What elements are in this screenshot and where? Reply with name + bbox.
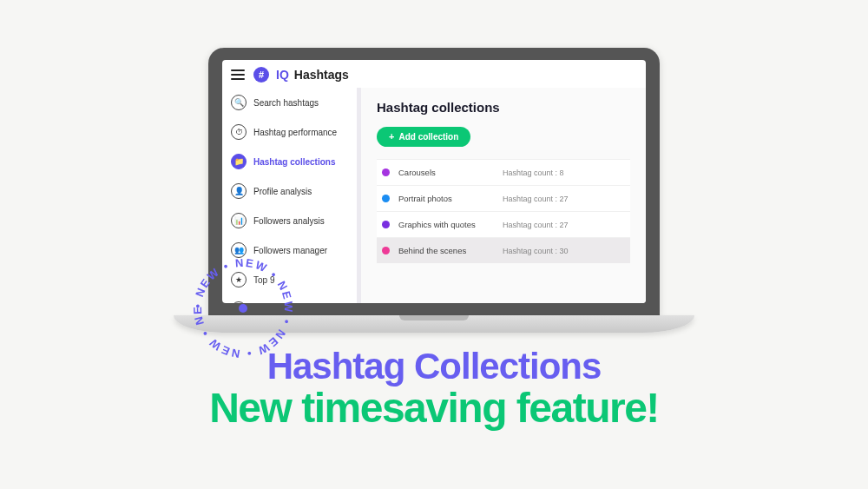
headline-line-2: New timesaving feature! bbox=[0, 384, 868, 432]
plus-icon: + bbox=[389, 132, 394, 142]
collection-row[interactable]: CarouselsHashtag count : 8 bbox=[377, 159, 630, 185]
collections-list: CarouselsHashtag count : 8Portrait photo… bbox=[377, 159, 630, 263]
topbar: # IQ Hashtags bbox=[222, 60, 646, 88]
laptop-bezel: # IQ Hashtags 🔍Search hashtags⏱Hashtag p… bbox=[208, 48, 660, 315]
page-title: Hashtag collections bbox=[377, 100, 630, 115]
sidebar-item-label: Search hashtags bbox=[253, 98, 319, 108]
collection-name: Portrait photos bbox=[398, 194, 494, 203]
color-dot-icon bbox=[382, 169, 390, 176]
collection-count: Hashtag count : 8 bbox=[503, 169, 564, 177]
sidebar-item-hashtag-collections[interactable]: 📁Hashtag collections bbox=[222, 147, 357, 176]
marketing-headline: Hashtag Collections New timesaving featu… bbox=[0, 346, 868, 432]
collection-row[interactable]: Portrait photosHashtag count : 27 bbox=[377, 185, 630, 211]
sidebar-item-followers-manager[interactable]: 👥Followers manager bbox=[222, 235, 357, 265]
color-dot-icon bbox=[382, 221, 390, 228]
color-dot-icon bbox=[382, 195, 390, 202]
sidebar-icon: ⏱ bbox=[231, 124, 247, 140]
sidebar-item-label: Top 9 bbox=[253, 275, 274, 285]
logo-iq: IQ bbox=[276, 68, 289, 82]
sidebar-item-profile-analysis[interactable]: 👤Profile analysis bbox=[222, 176, 357, 206]
collection-count: Hashtag count : 30 bbox=[503, 247, 569, 255]
hamburger-icon[interactable] bbox=[231, 69, 245, 80]
collection-row[interactable]: Graphics with quotesHashtag count : 27 bbox=[377, 211, 630, 237]
sidebar-item-label: Hashtag collections bbox=[253, 157, 335, 167]
app-body: 🔍Search hashtags⏱Hashtag performance📁Has… bbox=[222, 88, 646, 303]
logo-badge-icon: # bbox=[253, 67, 269, 83]
sidebar-item-label: Followers analysis bbox=[253, 216, 325, 226]
sidebar-item-followers-analysis[interactable]: 📊Followers analysis bbox=[222, 206, 357, 235]
sidebar: 🔍Search hashtags⏱Hashtag performance📁Has… bbox=[222, 88, 357, 303]
color-dot-icon bbox=[382, 247, 390, 254]
add-collection-button[interactable]: + Add collection bbox=[377, 127, 470, 147]
collection-name: Behind the scenes bbox=[398, 246, 494, 255]
sidebar-item-hashtag-performance[interactable]: ⏱Hashtag performance bbox=[222, 117, 357, 147]
sidebar-icon: 👤 bbox=[231, 183, 247, 199]
sidebar-icon: ★ bbox=[231, 272, 247, 287]
main-panel: Hashtag collections + Add collection Car… bbox=[361, 88, 646, 303]
collection-name: Carousels bbox=[398, 168, 494, 177]
sidebar-icon: 👥 bbox=[231, 242, 247, 258]
sidebar-item-banned-hashtags[interactable]: ⊘Banned hashtags bbox=[222, 294, 357, 303]
sidebar-icon: ⊘ bbox=[231, 301, 247, 303]
sidebar-item-top-9[interactable]: ★Top 9 bbox=[222, 265, 357, 294]
collection-count: Hashtag count : 27 bbox=[503, 195, 569, 203]
collection-name: Graphics with quotes bbox=[398, 220, 494, 229]
sidebar-item-search-hashtags[interactable]: 🔍Search hashtags bbox=[222, 88, 357, 117]
headline-line-1: Hashtag Collections bbox=[0, 346, 868, 387]
sidebar-item-label: Followers manager bbox=[253, 246, 327, 255]
app-screen: # IQ Hashtags 🔍Search hashtags⏱Hashtag p… bbox=[222, 60, 646, 303]
sidebar-item-label: Hashtag performance bbox=[253, 128, 337, 137]
laptop-base bbox=[174, 315, 694, 333]
add-collection-label: Add collection bbox=[398, 132, 458, 142]
collection-row[interactable]: Behind the scenesHashtag count : 30 bbox=[377, 237, 630, 263]
logo-hashtags: Hashtags bbox=[294, 68, 349, 82]
sidebar-icon: 📊 bbox=[231, 213, 247, 228]
collection-count: Hashtag count : 27 bbox=[503, 221, 569, 229]
sidebar-icon: 🔍 bbox=[231, 95, 247, 110]
laptop-frame: # IQ Hashtags 🔍Search hashtags⏱Hashtag p… bbox=[208, 48, 660, 333]
sidebar-item-label: Profile analysis bbox=[253, 187, 312, 196]
sidebar-icon: 📁 bbox=[231, 154, 247, 169]
